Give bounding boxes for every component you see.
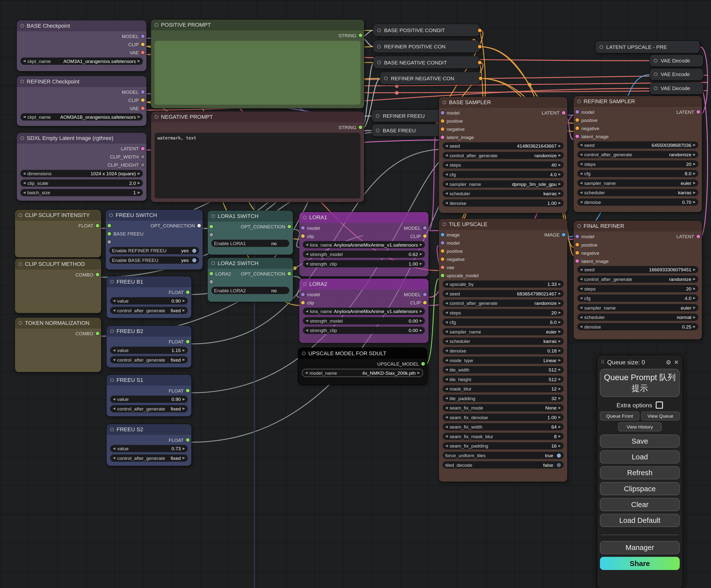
decrement-arrow-icon[interactable]: ◀ xyxy=(580,200,583,204)
increment-arrow-icon[interactable]: ▶ xyxy=(559,201,561,205)
collapse-dot-icon[interactable] xyxy=(302,352,306,355)
decrement-arrow-icon[interactable]: ◀ xyxy=(445,144,448,148)
widget-seed[interactable]: ◀seed645500398687036▶ xyxy=(577,141,698,149)
input-slot-dot[interactable] xyxy=(441,257,445,261)
output-slot-dot[interactable] xyxy=(95,332,99,336)
output-slot-dot[interactable] xyxy=(141,106,145,110)
decrement-arrow-icon[interactable]: ◀ xyxy=(445,358,448,362)
widget-control_after_generate[interactable]: ◀control_after_generatefixed▶ xyxy=(110,356,188,363)
queue-front-button[interactable]: Queue Front xyxy=(600,411,639,421)
widget-sampler_name[interactable]: ◀sampler_nameeuler▶ xyxy=(443,328,563,335)
widget-sampler_name[interactable]: ◀sampler_namedpmpp_3m_sde_gpu▶ xyxy=(443,180,563,188)
node-positive-prompt[interactable]: POSITIVE PROMPTSTRING xyxy=(151,20,364,108)
decrement-arrow-icon[interactable]: ◀ xyxy=(445,201,448,205)
node-base-freeu[interactable]: BASE FREEU xyxy=(372,124,445,136)
node-header[interactable]: CLIP SCULPT METHOD xyxy=(15,259,101,270)
decrement-arrow-icon[interactable]: ◀ xyxy=(306,252,308,256)
decrement-arrow-icon[interactable]: ◀ xyxy=(113,358,115,362)
settings-gear-icon[interactable]: ⚙ xyxy=(666,359,671,366)
widget-sampler_name[interactable]: ◀sampler_nameeuler▶ xyxy=(577,304,698,311)
increment-arrow-icon[interactable]: ▶ xyxy=(559,173,561,176)
increment-arrow-icon[interactable]: ▶ xyxy=(182,407,185,410)
output-slot-dot[interactable] xyxy=(423,226,427,230)
widget-denoise[interactable]: ◀denoise0.70▶ xyxy=(577,199,698,206)
widget-ckpt_name[interactable]: ◀ckpt_nameAOM3A1_orangemixs.safetensors▶ xyxy=(21,58,143,65)
collapse-dot-icon[interactable] xyxy=(110,280,114,284)
node-final-refiner[interactable]: FINAL REFINERmodelLATENTpositivenegative… xyxy=(574,221,702,339)
increment-arrow-icon[interactable]: ▶ xyxy=(559,425,561,429)
increment-arrow-icon[interactable]: ▶ xyxy=(420,262,422,266)
node-header[interactable]: FREEU SWITCH xyxy=(106,210,203,221)
node-base-negative-condit[interactable]: BASE NEGATIVE CONDIT xyxy=(373,56,480,69)
node-lora1[interactable]: LORA1modelMODELclipCLIP◀lora_nameAnylora… xyxy=(299,212,428,276)
node-lora2-switch[interactable]: LORA2 SWITCHLORA2OPT_CONNECTIONEnable LO… xyxy=(208,258,293,302)
decrement-arrow-icon[interactable]: ◀ xyxy=(306,329,308,332)
increment-arrow-icon[interactable]: ▶ xyxy=(420,319,422,323)
increment-arrow-icon[interactable]: ▶ xyxy=(182,456,185,460)
decrement-arrow-icon[interactable]: ◀ xyxy=(445,406,448,410)
collapse-dot-icon[interactable] xyxy=(21,80,24,84)
output-slot-dot[interactable] xyxy=(423,234,427,238)
input-slot-dot[interactable] xyxy=(441,266,445,269)
increment-arrow-icon[interactable]: ▶ xyxy=(559,415,561,419)
decrement-arrow-icon[interactable]: ◀ xyxy=(305,371,307,375)
clipspace-button[interactable]: Clipspace xyxy=(600,482,680,495)
widget-denoise[interactable]: ◀denoise0.25▶ xyxy=(577,323,698,330)
output-slot-dot[interactable] xyxy=(478,45,482,48)
extra-options-checkbox[interactable] xyxy=(656,401,663,409)
widget-value[interactable]: ◀value0.90▶ xyxy=(110,297,188,304)
widget-seam_fix_denoise[interactable]: ◀seam_fix_denoise1.00▶ xyxy=(443,414,563,421)
input-slot-dot[interactable] xyxy=(210,225,213,228)
widget-upscale_by[interactable]: ◀upscale_by1.33▶ xyxy=(443,280,563,288)
node-header[interactable]: FREEU B1 xyxy=(106,276,191,287)
increment-arrow-icon[interactable]: ▶ xyxy=(559,182,561,186)
decrement-arrow-icon[interactable]: ◀ xyxy=(113,447,115,451)
widget-cfg[interactable]: ◀cfg6.0▶ xyxy=(443,318,563,325)
decrement-arrow-icon[interactable]: ◀ xyxy=(445,154,448,157)
node-latent-upscale-pre[interactable]: LATENT UPSCALE - PRE xyxy=(596,41,699,53)
collapse-dot-icon[interactable] xyxy=(443,100,446,104)
collapse-dot-icon[interactable] xyxy=(600,45,603,49)
output-slot-dot[interactable] xyxy=(359,126,362,129)
decrement-arrow-icon[interactable]: ◀ xyxy=(445,378,448,381)
output-slot-dot[interactable] xyxy=(186,389,190,392)
widget-control_after_generate[interactable]: ◀control_after_generaterandomize▶ xyxy=(577,151,698,158)
node-canvas[interactable]: BASE CheckpointMODELCLIPVAE◀ckpt_nameAOM… xyxy=(0,0,711,588)
increment-arrow-icon[interactable]: ▶ xyxy=(559,144,561,148)
increment-arrow-icon[interactable]: ▶ xyxy=(559,434,561,438)
collapse-dot-icon[interactable] xyxy=(19,213,22,217)
output-slot-dot[interactable] xyxy=(186,340,190,344)
decrement-arrow-icon[interactable]: ◀ xyxy=(580,325,583,329)
decrement-arrow-icon[interactable]: ◀ xyxy=(580,162,583,166)
decrement-arrow-icon[interactable]: ◀ xyxy=(445,330,448,334)
node-clip-sculpt-intensity[interactable]: CLIP SCULPT INTENSITYFLOAT xyxy=(15,210,101,257)
collapse-dot-icon[interactable] xyxy=(303,282,307,286)
decrement-arrow-icon[interactable]: ◀ xyxy=(306,262,308,266)
widget-mode_type[interactable]: ◀mode_typeLinear▶ xyxy=(443,357,563,364)
output-slot-dot[interactable] xyxy=(562,233,565,236)
output-slot-dot[interactable] xyxy=(141,51,145,54)
increment-arrow-icon[interactable]: ▶ xyxy=(182,299,185,303)
increment-arrow-icon[interactable]: ▶ xyxy=(693,325,696,329)
widget-dimensions[interactable]: ◀dimensions1024 x 1024 (square)▶ xyxy=(21,170,143,177)
widget-seam_fix_padding[interactable]: ◀seam_fix_padding16▶ xyxy=(443,442,563,449)
decrement-arrow-icon[interactable]: ◀ xyxy=(23,181,26,185)
decrement-arrow-icon[interactable]: ◀ xyxy=(580,315,583,319)
decrement-arrow-icon[interactable]: ◀ xyxy=(445,320,448,324)
decrement-arrow-icon[interactable]: ◀ xyxy=(580,153,583,157)
decrement-arrow-icon[interactable]: ◀ xyxy=(445,339,448,343)
output-slot-dot[interactable] xyxy=(95,224,99,228)
increment-arrow-icon[interactable]: ▶ xyxy=(559,330,561,334)
input-slot-dot[interactable] xyxy=(441,233,445,236)
decrement-arrow-icon[interactable]: ◀ xyxy=(580,287,583,291)
collapse-dot-icon[interactable] xyxy=(377,45,381,48)
decrement-arrow-icon[interactable]: ◀ xyxy=(113,299,115,303)
view-history-button[interactable]: View History xyxy=(618,422,662,431)
input-slot-dot[interactable] xyxy=(210,272,213,275)
collapse-dot-icon[interactable] xyxy=(211,262,215,265)
node-freeu-switch[interactable]: FREEU SWITCHOPT_CONNECTIONBASE FREEUEnab… xyxy=(106,210,203,270)
increment-arrow-icon[interactable]: ▶ xyxy=(137,181,140,185)
widget-denoise[interactable]: ◀denoise0.18▶ xyxy=(443,347,563,354)
node-vae-decode-2[interactable]: VAE Decode xyxy=(650,83,703,94)
input-slot-dot[interactable] xyxy=(301,293,305,296)
